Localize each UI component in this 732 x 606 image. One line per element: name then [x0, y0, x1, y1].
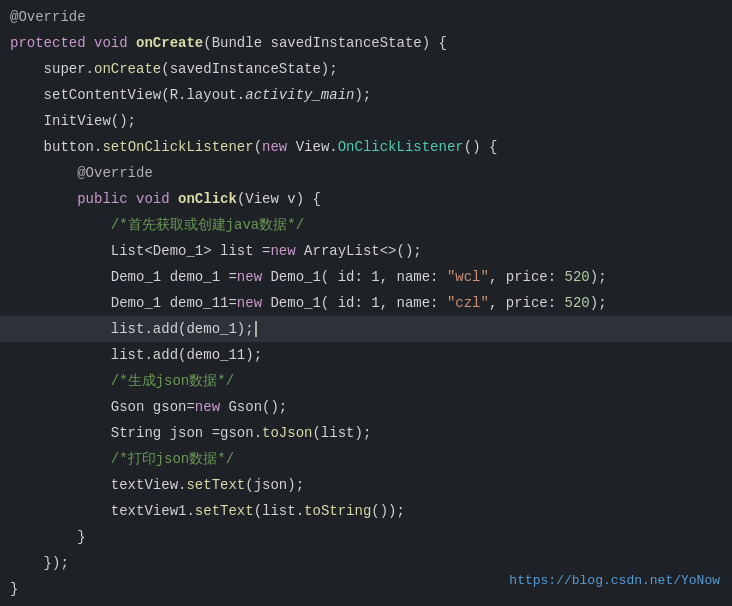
watermark-url: https://blog.csdn.net/YoNow — [509, 573, 720, 588]
code-line: list.add(demo_11); — [0, 342, 732, 368]
code-line — [0, 602, 732, 606]
code-lines: @Overrideprotected void onCreate(Bundle … — [0, 4, 732, 606]
code-line: public void onClick(View v) { — [0, 186, 732, 212]
code-line: textView.setText(json); — [0, 472, 732, 498]
code-editor: @Overrideprotected void onCreate(Bundle … — [0, 0, 732, 606]
code-line: setContentView(R.layout.activity_main); — [0, 82, 732, 108]
code-line: Gson gson=new Gson(); — [0, 394, 732, 420]
code-line: textView1.setText(list.toString()); — [0, 498, 732, 524]
code-line: @Override — [0, 4, 732, 30]
code-line: list.add(demo_1); — [0, 316, 732, 342]
code-line: @Override — [0, 160, 732, 186]
code-line: List<Demo_1> list =new ArrayList<>(); — [0, 238, 732, 264]
code-line: String json =gson.toJson(list); — [0, 420, 732, 446]
code-line: protected void onCreate(Bundle savedInst… — [0, 30, 732, 56]
code-line: button.setOnClickListener(new View.OnCli… — [0, 134, 732, 160]
text-cursor — [255, 321, 257, 337]
code-line: } — [0, 524, 732, 550]
code-line: Demo_1 demo_1 =new Demo_1( id: 1, name: … — [0, 264, 732, 290]
code-line: super.onCreate(savedInstanceState); — [0, 56, 732, 82]
code-line: /*首先获取或创建java数据*/ — [0, 212, 732, 238]
code-line: /*生成json数据*/ — [0, 368, 732, 394]
code-line: InitView(); — [0, 108, 732, 134]
code-line: Demo_1 demo_11=new Demo_1( id: 1, name: … — [0, 290, 732, 316]
code-line: /*打印json数据*/ — [0, 446, 732, 472]
